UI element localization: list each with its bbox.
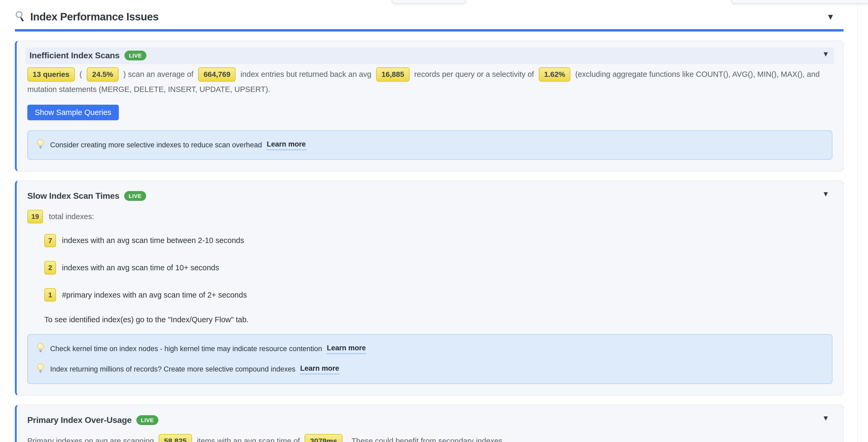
card-title: Primary Index Over-Usage <box>27 415 131 425</box>
card-summary-text: Primary indexes on avg are scanning 58,8… <box>27 434 833 442</box>
index-query-flow-note: To see identified index(es) go to the "I… <box>44 315 833 324</box>
right-panel-divider <box>858 0 858 442</box>
card-inefficient-index-scans: ▼ Inefficient Index Scans LIVE 13 querie… <box>15 40 844 171</box>
learn-more-link[interactable]: Learn more <box>267 140 306 150</box>
card-title-row: Slow Index Scan Times LIVE <box>27 188 833 205</box>
queries-count-chip: 13 queries <box>27 67 75 81</box>
summary-text-fragment: records per query or a selectivity of <box>414 70 534 78</box>
live-badge: LIVE <box>124 50 147 60</box>
count-chip: 2 <box>44 261 56 275</box>
learn-more-link[interactable]: Learn more <box>327 344 366 354</box>
card-collapse-icon[interactable]: ▼ <box>822 50 829 58</box>
header-accent-bar <box>15 29 844 32</box>
tip-box: Check kernel time on index nodes - high … <box>27 334 833 384</box>
total-indexes-row: 19 total indexes: <box>27 210 833 224</box>
list-item: 7 indexes with an avg scan time between … <box>44 234 833 247</box>
live-badge: LIVE <box>136 415 158 425</box>
card-slow-index-scan-times: ▼ Slow Index Scan Times LIVE 19 total in… <box>15 180 844 396</box>
list-item-text: indexes with an avg scan time between 2-… <box>62 236 244 245</box>
card-collapse-icon[interactable]: ▼ <box>822 191 829 198</box>
card-primary-index-over-usage: ▼ Primary Index Over-Usage LIVE Primary … <box>15 405 844 442</box>
list-item-text: indexes with an avg scan time of 10+ sec… <box>62 263 219 272</box>
total-indexes-label: total indexes: <box>49 212 94 221</box>
lightbulb-icon <box>37 139 44 151</box>
section-header: Index Performance Issues ▼ <box>15 0 844 25</box>
records-chip: 16,885 <box>376 67 410 81</box>
tip-box: Consider creating more selective indexes… <box>27 130 833 160</box>
summary-text-fragment: . These could benefit from secondary ind… <box>347 437 504 442</box>
list-item-text: #primary indexes with an avg scan time o… <box>62 291 247 300</box>
tip-text: Check kernel time on index nodes - high … <box>50 345 322 353</box>
summary-text-fragment: ( <box>80 70 82 78</box>
scan-time-chip: 3079ms <box>305 434 342 442</box>
learn-more-link[interactable]: Learn more <box>300 364 339 374</box>
card-summary-text: 13 queries ( 24.5% ) scan an average of … <box>27 67 833 97</box>
tip-text: Index returning millions of records? Cre… <box>50 365 295 373</box>
list-item: 2 indexes with an avg scan time of 10+ s… <box>44 261 833 275</box>
card-title: Slow Index Scan Times <box>27 191 119 201</box>
tip-row: Consider creating more selective indexes… <box>37 139 823 151</box>
list-item: 1 #primary indexes with an avg scan time… <box>44 288 833 302</box>
section-collapse-icon[interactable]: ▼ <box>826 13 835 21</box>
count-chip: 7 <box>44 234 56 247</box>
index-entries-chip: 664,769 <box>198 67 236 81</box>
index-performance-page: Index Performance Issues ▼ ▼ Inefficient… <box>0 0 868 442</box>
scan-time-list: 7 indexes with an avg scan time between … <box>44 234 833 302</box>
card-title-row: Primary Index Over-Usage LIVE <box>27 411 833 429</box>
lightbulb-icon <box>37 363 44 375</box>
selectivity-chip: 1.62% <box>539 67 570 81</box>
summary-text-fragment: ) scan an average of <box>123 70 193 78</box>
summary-text-fragment: index entries but returned back an avg <box>241 70 371 78</box>
total-indexes-chip: 19 <box>27 210 43 224</box>
queries-percent-chip: 24.5% <box>87 67 118 81</box>
summary-text-fragment: items with an avg scan time of <box>197 437 300 442</box>
card-header-band: Inefficient Index Scans LIVE <box>25 47 834 64</box>
show-sample-queries-button[interactable]: Show Sample Queries <box>27 105 119 120</box>
live-badge: LIVE <box>124 191 146 201</box>
summary-text-fragment: Primary indexes on avg are scanning <box>27 437 154 442</box>
tip-text: Consider creating more selective indexes… <box>50 141 262 149</box>
card-title: Inefficient Index Scans <box>29 50 120 60</box>
page-title: Index Performance Issues <box>30 11 159 23</box>
section-header-left: Index Performance Issues <box>15 10 159 23</box>
tip-row: Check kernel time on index nodes - high … <box>37 343 823 355</box>
lightbulb-icon <box>37 343 44 355</box>
tip-row: Index returning millions of records? Cre… <box>37 363 823 375</box>
card-collapse-icon[interactable]: ▼ <box>822 415 829 422</box>
count-chip: 1 <box>44 288 56 302</box>
search-icon <box>15 10 26 23</box>
items-scanned-chip: 58,825 <box>159 434 192 442</box>
